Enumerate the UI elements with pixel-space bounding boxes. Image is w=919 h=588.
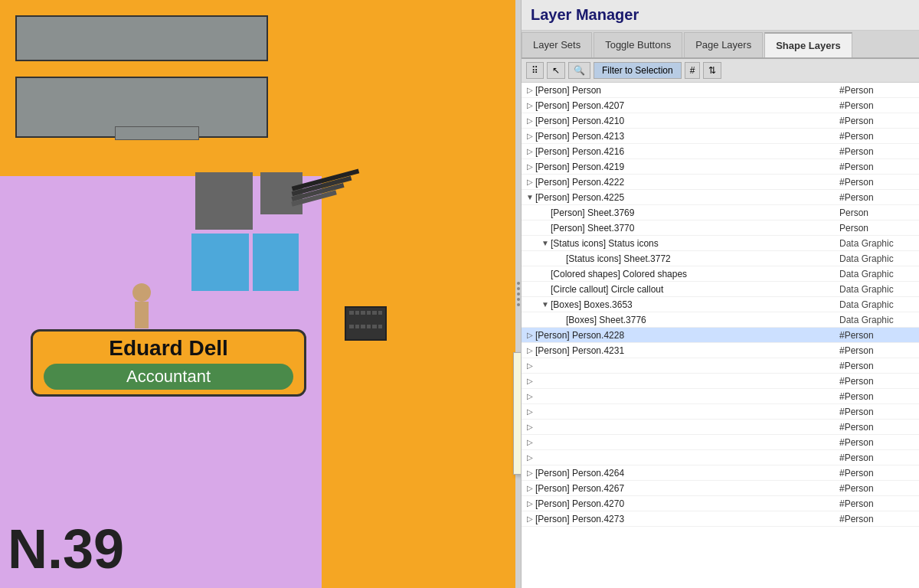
- layer-name: [Person] Person.4222: [535, 177, 839, 188]
- layer-row[interactable]: ▷[Person] Person.4207#Person: [522, 98, 919, 113]
- layer-row[interactable]: ▼[Boxes] Boxes.3653Data Graphic: [522, 297, 919, 312]
- layer-tag: #Person: [839, 100, 916, 111]
- keyboard-icon: [345, 306, 387, 341]
- layer-tag: Data Graphic: [839, 238, 916, 249]
- layer-row[interactable]: ▷[Person] Person.4270#Person: [522, 496, 919, 511]
- layer-row[interactable]: [Boxes] Sheet.3776Data Graphic: [522, 312, 919, 328]
- panel-title: Layer Manager: [522, 0, 919, 31]
- layer-row[interactable]: [Person] Sheet.3769Person: [522, 205, 919, 220]
- expand-icon[interactable]: ▼: [540, 300, 551, 309]
- expand-icon[interactable]: ▼: [540, 239, 551, 247]
- layer-row[interactable]: ▷[Person] Person#Person: [522, 83, 919, 98]
- expand-icon[interactable]: ▷: [525, 361, 535, 370]
- tab-shape-layers[interactable]: Shape Layers: [764, 32, 852, 57]
- tab-toggle-buttons[interactable]: Toggle Buttons: [594, 32, 682, 57]
- layer-name: [Person] Person.4267: [535, 483, 839, 494]
- layer-name: [Person] Person.4207: [535, 100, 839, 111]
- layer-tag: #Person: [839, 422, 916, 433]
- layer-row[interactable]: ▷#Person: [522, 374, 919, 389]
- layer-name: [Circle callout] Circle callout: [551, 284, 839, 295]
- layer-tag: #Person: [839, 162, 916, 172]
- expand-icon[interactable]: ▷: [525, 101, 535, 109]
- layer-row[interactable]: ▷[Person] Person.4267#Person: [522, 481, 919, 496]
- layer-tag: #Person: [839, 345, 916, 356]
- search-btn[interactable]: 🔍: [568, 62, 590, 79]
- sort-btn[interactable]: ⇅: [703, 62, 721, 79]
- layer-name: [Boxes] Sheet.3776: [566, 315, 839, 325]
- layer-row[interactable]: ▷#Person: [522, 435, 919, 450]
- layer-row[interactable]: [Status icons] Sheet.3772Data Graphic: [522, 251, 919, 266]
- layer-row[interactable]: [Circle callout] Circle calloutData Grap…: [522, 282, 919, 297]
- layer-name: [Colored shapes] Colored shapes: [551, 269, 839, 279]
- layer-name: [Status icons] Status icons: [551, 238, 839, 249]
- layer-row[interactable]: ▷[Person] Person.4210#Person: [522, 113, 919, 129]
- layer-name: [Person] Person.4228: [535, 330, 839, 341]
- layer-tag: #Person: [839, 483, 916, 494]
- layer-row[interactable]: ▷#Person: [522, 389, 919, 404]
- layer-name: [Person] Person.4216: [535, 146, 839, 157]
- layer-row[interactable]: [Colored shapes] Colored shapesData Grap…: [522, 266, 919, 282]
- layer-row[interactable]: ▼[Status icons] Status iconsData Graphic: [522, 236, 919, 251]
- layer-row[interactable]: ▷[Person] Person.4231#Person: [522, 343, 919, 358]
- layer-name: [Boxes] Boxes.3653: [551, 299, 839, 310]
- expand-icon[interactable]: ▷: [525, 132, 535, 140]
- expand-icon[interactable]: ▷: [525, 453, 535, 462]
- expand-icon[interactable]: ▷: [525, 86, 535, 94]
- cursor-btn[interactable]: ↖: [547, 62, 565, 79]
- layer-row[interactable]: ▼[Person] Person.4225#Person: [522, 190, 919, 205]
- layer-row[interactable]: ▷[Person] Person.4273#Person: [522, 511, 919, 527]
- layer-row[interactable]: ▷[Person] Person.4219#Person: [522, 159, 919, 175]
- expand-icon[interactable]: ▷: [525, 514, 535, 523]
- desk-shape: [15, 15, 268, 61]
- layer-row[interactable]: ▷#Person: [522, 450, 919, 466]
- expand-icon[interactable]: ▷: [525, 407, 535, 416]
- hash-btn[interactable]: #: [685, 62, 701, 79]
- expand-icon[interactable]: ▷: [525, 392, 535, 400]
- tab-layer-sets[interactable]: Layer Sets: [522, 32, 592, 57]
- layer-tag: Data Graphic: [839, 269, 916, 279]
- filter-to-selection-btn[interactable]: Filter to Selection: [594, 62, 682, 79]
- person-name: Eduard Dell: [44, 336, 293, 361]
- expand-icon[interactable]: ▷: [525, 346, 535, 354]
- expand-icon[interactable]: ▷: [525, 484, 535, 492]
- panel-divider[interactable]: [515, 0, 522, 588]
- expand-icon[interactable]: ▷: [525, 178, 535, 186]
- expand-icon[interactable]: ▷: [525, 423, 535, 431]
- expand-icon[interactable]: ▷: [525, 162, 535, 171]
- layer-tag: #Person: [839, 85, 916, 96]
- tab-page-layers[interactable]: Page Layers: [684, 32, 763, 57]
- drag-handle-btn[interactable]: ⠿: [526, 62, 544, 79]
- layer-tag: #Person: [839, 146, 916, 157]
- layer-row[interactable]: ▷[Person] Person.4222#Person: [522, 175, 919, 190]
- name-badge: Eduard Dell Accountant: [31, 329, 306, 397]
- layer-row[interactable]: ▷#Person: [522, 358, 919, 374]
- layer-name: [Person] Sheet.3769: [551, 207, 839, 218]
- layer-row[interactable]: ▷#Person: [522, 420, 919, 435]
- layer-tag: #Person: [839, 376, 916, 387]
- expand-icon[interactable]: ▼: [525, 193, 535, 201]
- expand-icon[interactable]: ▷: [525, 377, 535, 385]
- layer-name: [Person] Sheet.3770: [551, 223, 839, 234]
- layer-list[interactable]: ▷[Person] Person#Person▷[Person] Person.…: [522, 83, 919, 588]
- layer-row[interactable]: ▷[Person] Person.4216#Person: [522, 144, 919, 159]
- layer-tag: #Person: [839, 407, 916, 417]
- layer-row[interactable]: ▷#Person: [522, 404, 919, 420]
- layer-tag: #Person: [839, 131, 916, 142]
- layer-tag: #Person: [839, 116, 916, 126]
- layer-row[interactable]: ▷[Person] Person.4228#Person: [522, 328, 919, 343]
- layer-name: [Person] Person.4210: [535, 116, 839, 126]
- expand-icon[interactable]: ▷: [525, 331, 535, 339]
- layer-name: [Person] Person.4270: [535, 498, 839, 509]
- layer-row[interactable]: ▷[Person] Person.4213#Person: [522, 129, 919, 144]
- expand-icon[interactable]: ▷: [525, 469, 535, 477]
- blue-sq2: [253, 234, 299, 291]
- expand-icon[interactable]: ▷: [525, 147, 535, 155]
- layer-row[interactable]: [Person] Sheet.3770Person: [522, 220, 919, 236]
- expand-icon[interactable]: ▷: [525, 499, 535, 508]
- person-figure: [130, 283, 153, 329]
- layer-tag: #Person: [839, 468, 916, 479]
- layer-row[interactable]: ▷[Person] Person.4264#Person: [522, 466, 919, 481]
- layer-tag: #Person: [839, 514, 916, 524]
- expand-icon[interactable]: ▷: [525, 116, 535, 125]
- expand-icon[interactable]: ▷: [525, 438, 535, 446]
